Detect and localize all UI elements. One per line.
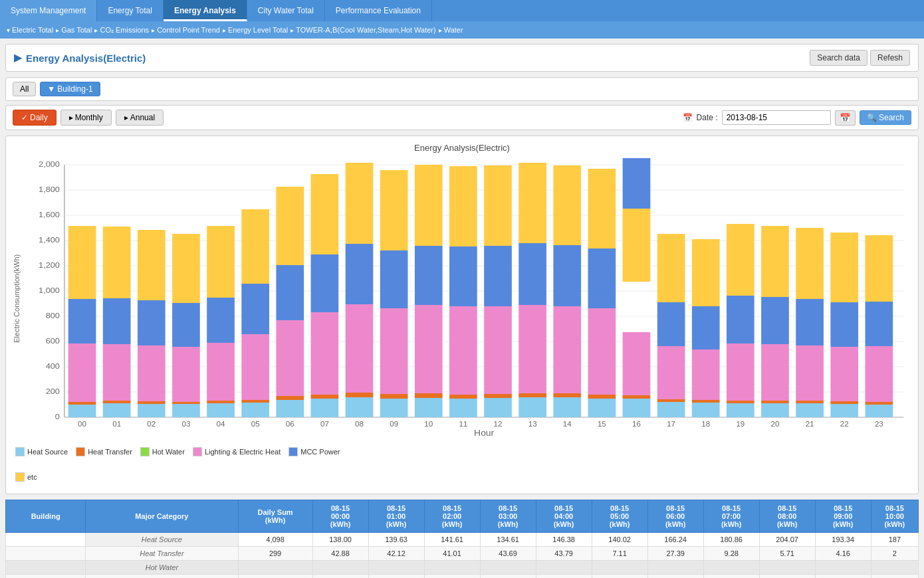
annual-label: Annual: [130, 113, 155, 122]
svg-rect-78: [380, 399, 408, 417]
bar-13: 13: [519, 163, 546, 428]
svg-rect-51: [207, 298, 235, 343]
filter-bar: All ▼ Building-1: [5, 77, 919, 101]
bar-10: 10: [415, 165, 443, 428]
svg-rect-92: [449, 306, 477, 395]
legend-heat-transfer-color: [76, 447, 85, 456]
annual-button[interactable]: ▸ Annual: [116, 110, 164, 126]
nav-energy-total[interactable]: Energy Total: [97, 0, 164, 21]
svg-text:01: 01: [112, 421, 121, 428]
svg-rect-72: [346, 397, 374, 417]
svg-rect-136: [692, 239, 720, 306]
col-h01: 08-1501:00(kWh): [368, 500, 424, 533]
svg-text:1,200: 1,200: [39, 261, 60, 270]
breadcrumb-gas-total[interactable]: Gas Total: [56, 26, 92, 34]
breadcrumb-co2[interactable]: CO₂ Emissions: [94, 26, 149, 35]
svg-rect-162: [866, 405, 893, 417]
svg-rect-99: [484, 246, 512, 306]
bar-09: 09: [380, 170, 408, 428]
search-button[interactable]: 🔍 Search: [860, 110, 911, 125]
all-filter-button[interactable]: All: [13, 82, 36, 96]
calendar-icon: 📅: [840, 113, 851, 123]
search-data-button[interactable]: Search data: [810, 50, 867, 66]
svg-rect-165: [866, 302, 893, 346]
h07-heat-transfer: 9.28: [703, 547, 759, 561]
svg-text:400: 400: [46, 362, 60, 371]
bar-00: 00: [68, 226, 96, 428]
svg-rect-106: [519, 163, 546, 243]
svg-text:22: 22: [840, 421, 849, 428]
breadcrumb-control-point[interactable]: Control Point Trend: [152, 26, 220, 34]
bar-18: 18: [692, 239, 720, 428]
h05-heat-source: 140.02: [592, 533, 647, 547]
legend-etc-label: etc: [27, 473, 37, 481]
h08-heat-transfer: 5.71: [759, 547, 815, 561]
svg-rect-82: [380, 170, 408, 250]
building-label: Building-1: [57, 84, 92, 94]
svg-text:21: 21: [806, 421, 814, 428]
breadcrumb-energy-level[interactable]: Energy Level Total: [223, 26, 288, 34]
breadcrumb-electric-total[interactable]: Electric Total: [7, 26, 53, 34]
svg-rect-87: [415, 246, 443, 305]
svg-rect-25: [68, 402, 96, 405]
col-h03: 08-1503:00(kWh): [480, 500, 536, 533]
svg-text:0: 0: [55, 413, 60, 421]
svg-rect-26: [68, 343, 96, 402]
svg-rect-94: [449, 166, 477, 246]
breadcrumb-tower[interactable]: TOWER-A,B(Cool Water,Steam,Hot Water): [290, 26, 435, 34]
svg-rect-49: [207, 401, 235, 403]
svg-rect-54: [241, 403, 269, 417]
nav-performance[interactable]: Performance Evaluation: [325, 0, 432, 21]
svg-text:1,600: 1,600: [39, 211, 60, 219]
svg-rect-102: [519, 397, 546, 417]
svg-rect-46: [172, 234, 200, 303]
h02-heat-transfer: 41.01: [424, 547, 480, 561]
chart-title: Energy Analysis(Electric): [13, 143, 911, 153]
svg-rect-135: [692, 306, 720, 349]
svg-rect-93: [449, 246, 477, 306]
nav-system-management[interactable]: System Management: [0, 0, 97, 21]
svg-text:1,800: 1,800: [39, 185, 60, 194]
monthly-button[interactable]: ▸ Monthly: [60, 110, 112, 126]
h09-heat-source: 193.34: [815, 533, 871, 547]
h03-lighting: 433.02: [480, 575, 536, 579]
h01-hot-water: [368, 561, 424, 575]
svg-rect-121: [623, 395, 651, 399]
h06-hot-water: [647, 561, 703, 575]
svg-rect-158: [830, 347, 858, 401]
calendar-button[interactable]: 📅: [835, 110, 856, 126]
svg-text:09: 09: [390, 421, 398, 428]
svg-rect-139: [727, 401, 754, 403]
svg-text:1,000: 1,000: [39, 286, 60, 295]
svg-rect-36: [138, 404, 166, 417]
bar-12: 12: [484, 165, 512, 428]
legend-hot-water-color: [140, 447, 150, 456]
svg-rect-116: [588, 308, 616, 395]
svg-rect-75: [346, 244, 374, 304]
bar-08: 08: [346, 163, 374, 428]
date-input[interactable]: [722, 110, 831, 125]
svg-rect-110: [553, 306, 581, 393]
svg-rect-43: [172, 402, 200, 404]
svg-rect-163: [866, 402, 893, 405]
svg-rect-104: [519, 305, 546, 393]
legend-heat-source: Heat Source: [15, 447, 68, 456]
svg-rect-48: [207, 403, 235, 417]
svg-rect-159: [830, 302, 858, 347]
h01-heat-source: 139.63: [368, 533, 424, 547]
building-filter-button[interactable]: ▼ Building-1: [40, 82, 100, 96]
svg-rect-69: [311, 254, 339, 312]
nav-city-water[interactable]: City Water Total: [247, 0, 325, 21]
svg-rect-74: [346, 304, 374, 393]
svg-rect-109: [553, 393, 581, 397]
svg-rect-32: [103, 344, 131, 401]
daily-button[interactable]: ✓ Daily: [13, 110, 57, 126]
breadcrumb-water[interactable]: Water: [439, 26, 463, 34]
svg-rect-27: [68, 299, 96, 343]
svg-rect-86: [415, 305, 443, 393]
nav-energy-analysis[interactable]: Energy Analysis: [164, 0, 247, 21]
building-cell: [6, 561, 86, 575]
svg-rect-108: [553, 397, 581, 417]
h05-lighting: 460.87: [592, 575, 647, 579]
refresh-button[interactable]: Refesh: [870, 50, 910, 66]
